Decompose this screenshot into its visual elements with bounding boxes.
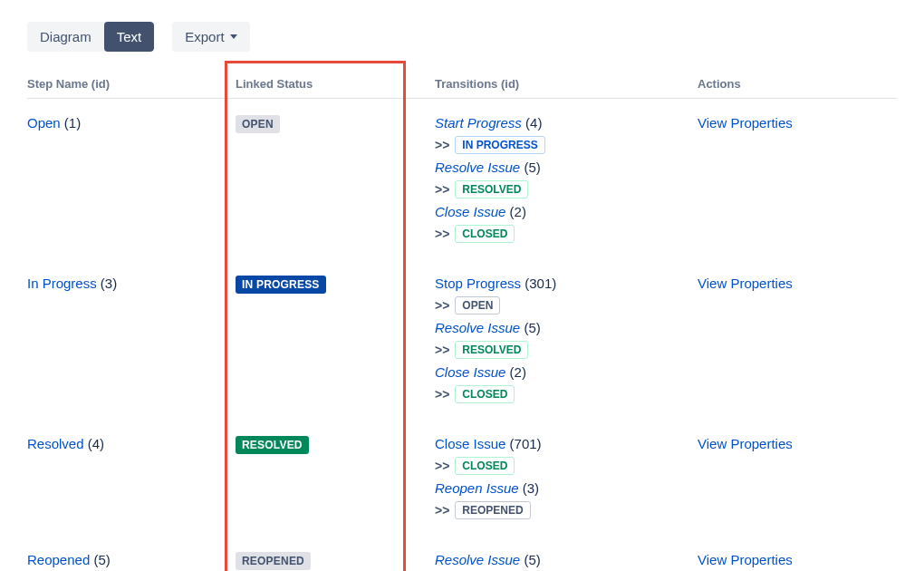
- transition-link[interactable]: Resolve Issue: [435, 160, 520, 175]
- view-mode-tabs: Diagram Text Export: [27, 22, 897, 52]
- transition-id: (2): [505, 204, 526, 219]
- view-properties-link[interactable]: View Properties: [698, 115, 793, 131]
- step-name-link[interactable]: Open: [27, 115, 61, 131]
- transition-arrow: >>: [435, 182, 449, 197]
- transition-destination-badge: RESOLVED: [455, 180, 528, 198]
- transition-destination-badge: IN PROGRESS: [455, 136, 544, 154]
- transition-arrow: >>: [435, 298, 449, 313]
- table-row: Open (1)OPENStart Progress (4)>>IN PROGR…: [27, 99, 897, 259]
- linked-status-badge: OPEN: [236, 115, 280, 133]
- transition-destination-badge: RESOLVED: [455, 341, 528, 359]
- tab-diagram[interactable]: Diagram: [27, 22, 104, 52]
- linked-status-badge: REOPENED: [236, 552, 311, 570]
- step-name-link[interactable]: In Progress: [27, 276, 97, 291]
- step-id: (5): [90, 552, 111, 567]
- transition-id: (5): [520, 160, 541, 175]
- step-id: (3): [97, 276, 118, 291]
- transition-arrow: >>: [435, 138, 449, 152]
- transition-link[interactable]: Reopen Issue: [435, 480, 519, 496]
- col-header-step: Step Name (id): [27, 77, 236, 91]
- transition-link[interactable]: Resolve Issue: [435, 320, 520, 335]
- step-name-link[interactable]: Resolved: [27, 436, 84, 451]
- transition-destination-badge: OPEN: [455, 296, 500, 315]
- transition-destination-badge: REOPENED: [455, 501, 530, 519]
- table-header-row: Step Name (id) Linked Status Transitions…: [27, 77, 897, 99]
- transition-destination-badge: CLOSED: [455, 385, 515, 403]
- tab-text[interactable]: Text: [104, 22, 155, 52]
- transition-arrow: >>: [435, 387, 449, 402]
- transition-id: (4): [522, 115, 543, 131]
- export-label: Export: [185, 29, 224, 44]
- table-row: In Progress (3)IN PROGRESSStop Progress …: [27, 259, 897, 420]
- transition-link[interactable]: Close Issue: [435, 436, 505, 451]
- transition-id: (5): [520, 552, 541, 567]
- table-row: Resolved (4)RESOLVEDClose Issue (701)>>C…: [27, 420, 897, 536]
- transition-destination-badge: CLOSED: [455, 457, 515, 475]
- col-header-transitions: Transitions (id): [435, 77, 698, 91]
- transition-id: (5): [520, 320, 541, 335]
- transition-id: (3): [519, 480, 540, 496]
- step-id: (4): [84, 436, 105, 451]
- col-header-actions: Actions: [698, 77, 897, 91]
- transition-link[interactable]: Close Issue: [435, 364, 505, 380]
- view-properties-link[interactable]: View Properties: [698, 552, 793, 567]
- step-name-link[interactable]: Reopened: [27, 552, 90, 567]
- export-dropdown-button[interactable]: Export: [172, 22, 249, 52]
- transition-arrow: >>: [435, 343, 449, 357]
- chevron-down-icon: [230, 34, 237, 39]
- linked-status-badge: RESOLVED: [236, 436, 309, 454]
- transition-link[interactable]: Resolve Issue: [435, 552, 520, 567]
- transition-link[interactable]: Stop Progress: [435, 276, 521, 291]
- transition-id: (301): [521, 276, 556, 291]
- col-header-linked: Linked Status: [236, 77, 435, 91]
- transition-link[interactable]: Start Progress: [435, 115, 522, 131]
- workflow-steps-table: Step Name (id) Linked Status Transitions…: [27, 77, 897, 571]
- view-mode-tabgroup: Diagram Text: [27, 22, 154, 52]
- transition-arrow: >>: [435, 503, 449, 518]
- transition-destination-badge: CLOSED: [455, 225, 515, 243]
- view-properties-link[interactable]: View Properties: [698, 276, 793, 291]
- linked-status-badge: IN PROGRESS: [236, 276, 326, 294]
- transition-link[interactable]: Close Issue: [435, 204, 505, 219]
- transition-arrow: >>: [435, 459, 449, 473]
- table-row: Reopened (5)REOPENEDResolve Issue (5)>>R…: [27, 536, 897, 571]
- step-id: (1): [61, 115, 82, 131]
- transition-id: (701): [505, 436, 541, 451]
- view-properties-link[interactable]: View Properties: [698, 436, 793, 451]
- transition-id: (2): [505, 364, 526, 380]
- transition-arrow: >>: [435, 227, 449, 241]
